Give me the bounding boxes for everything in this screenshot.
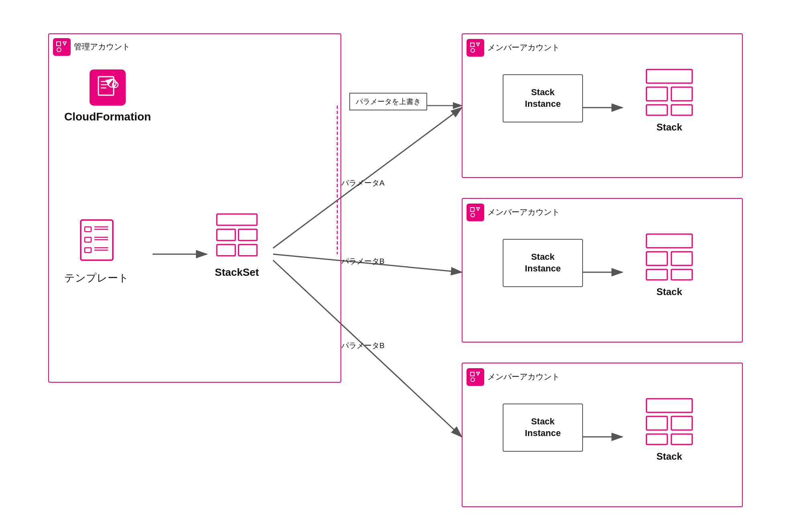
stack-label-2: Stack — [656, 286, 682, 298]
template-section: テンプレート — [64, 218, 129, 285]
svg-rect-37 — [471, 43, 474, 46]
svg-marker-46 — [477, 207, 479, 210]
svg-rect-58 — [671, 416, 692, 430]
member-box-1: メンバーアカウント StackInstance Stack — [462, 33, 743, 178]
svg-rect-48 — [646, 234, 692, 248]
svg-rect-52 — [671, 269, 692, 280]
svg-point-47 — [471, 213, 475, 216]
stack-label-3: Stack — [656, 451, 682, 462]
stack-instance-3: StackInstance — [503, 404, 583, 452]
svg-rect-35 — [217, 245, 235, 256]
svg-rect-34 — [238, 229, 257, 241]
stack-2: Stack — [643, 231, 695, 298]
svg-rect-40 — [646, 69, 692, 83]
member-box-3: メンバーアカウント StackInstance Stack — [462, 363, 743, 507]
svg-rect-26 — [85, 237, 91, 242]
svg-rect-43 — [646, 105, 667, 115]
svg-rect-45 — [471, 207, 474, 211]
cf-label: CloudFormation — [64, 110, 151, 123]
stack-label-1: Stack — [656, 122, 682, 133]
member-account-label-2: メンバーアカウント — [487, 207, 560, 218]
param-override-label: パラメータを上書き — [356, 98, 421, 106]
svg-rect-56 — [646, 399, 692, 412]
stack-icon-2 — [643, 231, 695, 283]
member-account-label-1: メンバーアカウント — [487, 42, 560, 53]
diagram-container: 管理アカウント — [40, 25, 763, 507]
svg-rect-60 — [671, 434, 692, 444]
param-a-label: パラメータA — [341, 178, 385, 188]
stackset-label: StackSet — [215, 266, 259, 279]
svg-rect-50 — [671, 252, 692, 265]
member-box-2: メンバーアカウント StackInstance Stack — [462, 198, 743, 342]
svg-rect-44 — [671, 105, 692, 115]
stack-1: Stack — [643, 66, 695, 133]
svg-point-39 — [471, 48, 475, 52]
template-label: テンプレート — [64, 271, 129, 285]
member-label-area-3: メンバーアカウント — [467, 368, 560, 386]
svg-rect-42 — [671, 87, 692, 101]
member-aws-icon-1 — [467, 39, 484, 57]
svg-rect-29 — [85, 248, 91, 253]
member-label-area-2: メンバーアカウント — [467, 204, 560, 221]
svg-rect-59 — [646, 434, 667, 444]
svg-marker-12 — [63, 42, 66, 45]
stackset-section: StackSet — [213, 210, 261, 279]
template-icon — [77, 218, 117, 266]
mgmt-aws-icon — [53, 38, 71, 56]
stack-icon-1 — [643, 66, 695, 118]
member-account-label-3: メンバーアカウント — [487, 371, 560, 382]
member-aws-icon-2 — [467, 204, 484, 221]
svg-rect-11 — [57, 42, 61, 46]
cf-icon-badge — [90, 69, 126, 106]
stack-instance-text-3: StackInstance — [525, 416, 560, 439]
mgmt-label-area: 管理アカウント — [53, 38, 130, 56]
svg-rect-36 — [238, 245, 257, 256]
param-override-box: パラメータを上書き — [349, 93, 427, 110]
svg-point-55 — [471, 377, 475, 381]
mgmt-account-label: 管理アカウント — [74, 41, 130, 52]
stack-icon-3 — [643, 395, 695, 448]
param-b2-label: パラメータB — [341, 340, 385, 351]
svg-rect-33 — [217, 229, 235, 241]
stack-instance-1: StackInstance — [503, 74, 583, 122]
svg-rect-41 — [646, 87, 667, 101]
svg-rect-57 — [646, 416, 667, 430]
stackset-icon — [213, 210, 261, 262]
stack-instance-text-2: StackInstance — [525, 251, 560, 274]
stack-instance-2: StackInstance — [503, 239, 583, 287]
svg-point-13 — [57, 48, 61, 52]
svg-marker-38 — [477, 43, 479, 45]
param-b1-label: パラメータB — [341, 256, 385, 267]
svg-rect-51 — [646, 269, 667, 280]
svg-marker-54 — [477, 372, 479, 375]
svg-rect-49 — [646, 252, 667, 265]
svg-rect-32 — [217, 214, 257, 225]
member-aws-icon-3 — [467, 368, 484, 386]
stack-instance-text-1: StackInstance — [525, 87, 560, 110]
svg-rect-53 — [471, 372, 474, 375]
member-label-area-1: メンバーアカウント — [467, 39, 560, 57]
cf-section: CloudFormation — [64, 69, 151, 123]
svg-point-18 — [108, 79, 116, 87]
svg-rect-23 — [85, 227, 91, 232]
stack-3: Stack — [643, 395, 695, 462]
